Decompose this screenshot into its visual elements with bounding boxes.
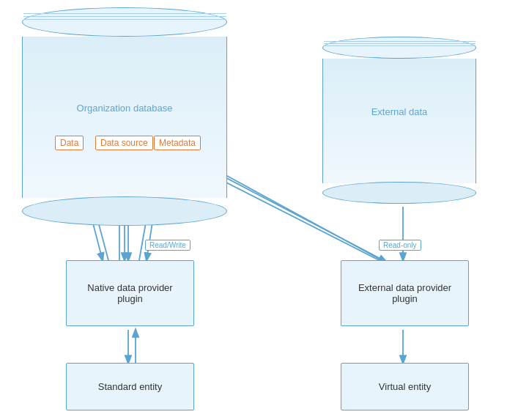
org-cylinder-label: Organization database bbox=[77, 103, 173, 114]
org-cylinder-bottom bbox=[22, 196, 227, 226]
ext-cylinder-body bbox=[322, 59, 476, 183]
standard-entity-box: Standard entity bbox=[66, 363, 194, 410]
native-provider-box: Native data provider plugin bbox=[66, 260, 194, 326]
ext-database-cylinder: External data bbox=[322, 37, 476, 204]
metadata-tag: Metadata bbox=[154, 136, 201, 150]
diagram: Organization database External data Data… bbox=[0, 0, 518, 420]
readwrite-badge: Read/Write bbox=[145, 240, 190, 251]
org-cylinder-body bbox=[22, 37, 227, 198]
org-database-cylinder: Organization database bbox=[22, 7, 227, 226]
readonly-badge: Read-only bbox=[379, 240, 421, 251]
ext-cylinder-bottom bbox=[322, 182, 476, 204]
ext-cylinder-label: External data bbox=[371, 106, 428, 117]
virtual-entity-box: Virtual entity bbox=[341, 363, 469, 410]
datasource-tag: Data source bbox=[95, 136, 153, 150]
external-provider-box: External data provider plugin bbox=[341, 260, 469, 326]
data-tag: Data bbox=[55, 136, 84, 150]
